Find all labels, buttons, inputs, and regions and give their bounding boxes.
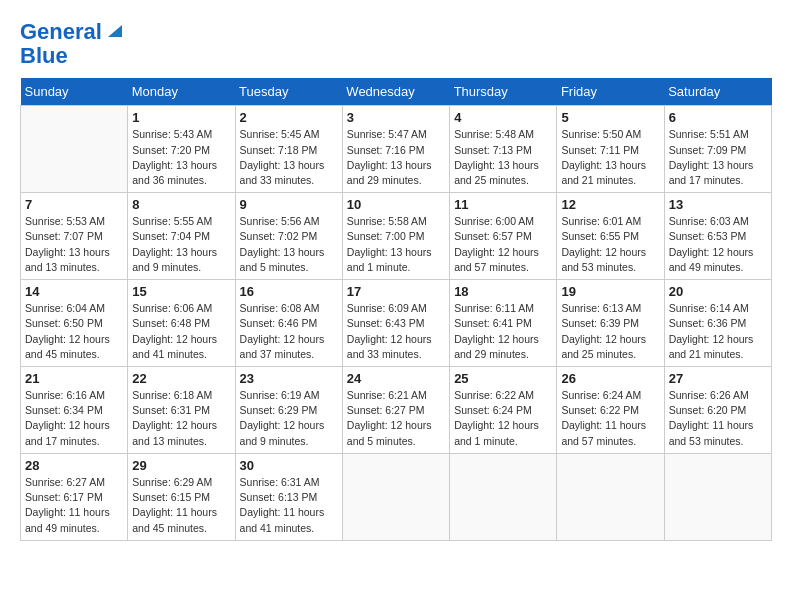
day-info: Sunrise: 5:48 AM Sunset: 7:13 PM Dayligh… [454, 127, 552, 188]
day-number: 21 [25, 371, 123, 386]
day-number: 15 [132, 284, 230, 299]
logo-icon [104, 19, 126, 41]
calendar-day-cell: 16Sunrise: 6:08 AM Sunset: 6:46 PM Dayli… [235, 280, 342, 367]
svg-marker-0 [108, 25, 122, 37]
calendar-day-cell [450, 453, 557, 540]
weekday-header: Thursday [450, 78, 557, 106]
day-number: 23 [240, 371, 338, 386]
calendar-day-cell: 10Sunrise: 5:58 AM Sunset: 7:00 PM Dayli… [342, 193, 449, 280]
day-number: 25 [454, 371, 552, 386]
calendar-day-cell: 12Sunrise: 6:01 AM Sunset: 6:55 PM Dayli… [557, 193, 664, 280]
day-info: Sunrise: 5:43 AM Sunset: 7:20 PM Dayligh… [132, 127, 230, 188]
day-number: 28 [25, 458, 123, 473]
calendar-day-cell: 24Sunrise: 6:21 AM Sunset: 6:27 PM Dayli… [342, 367, 449, 454]
calendar-day-cell: 13Sunrise: 6:03 AM Sunset: 6:53 PM Dayli… [664, 193, 771, 280]
day-info: Sunrise: 6:22 AM Sunset: 6:24 PM Dayligh… [454, 388, 552, 449]
calendar-day-cell: 18Sunrise: 6:11 AM Sunset: 6:41 PM Dayli… [450, 280, 557, 367]
calendar-day-cell: 15Sunrise: 6:06 AM Sunset: 6:48 PM Dayli… [128, 280, 235, 367]
day-info: Sunrise: 6:24 AM Sunset: 6:22 PM Dayligh… [561, 388, 659, 449]
day-number: 18 [454, 284, 552, 299]
day-info: Sunrise: 6:18 AM Sunset: 6:31 PM Dayligh… [132, 388, 230, 449]
day-info: Sunrise: 5:50 AM Sunset: 7:11 PM Dayligh… [561, 127, 659, 188]
calendar-day-cell: 17Sunrise: 6:09 AM Sunset: 6:43 PM Dayli… [342, 280, 449, 367]
calendar-day-cell: 27Sunrise: 6:26 AM Sunset: 6:20 PM Dayli… [664, 367, 771, 454]
calendar-day-cell: 25Sunrise: 6:22 AM Sunset: 6:24 PM Dayli… [450, 367, 557, 454]
day-info: Sunrise: 5:53 AM Sunset: 7:07 PM Dayligh… [25, 214, 123, 275]
weekday-header: Monday [128, 78, 235, 106]
calendar-day-cell: 21Sunrise: 6:16 AM Sunset: 6:34 PM Dayli… [21, 367, 128, 454]
calendar-day-cell [21, 106, 128, 193]
calendar-day-cell: 28Sunrise: 6:27 AM Sunset: 6:17 PM Dayli… [21, 453, 128, 540]
day-info: Sunrise: 6:09 AM Sunset: 6:43 PM Dayligh… [347, 301, 445, 362]
day-number: 24 [347, 371, 445, 386]
weekday-header: Wednesday [342, 78, 449, 106]
calendar-day-cell: 9Sunrise: 5:56 AM Sunset: 7:02 PM Daylig… [235, 193, 342, 280]
day-info: Sunrise: 6:29 AM Sunset: 6:15 PM Dayligh… [132, 475, 230, 536]
page-header: General Blue [20, 20, 772, 68]
day-number: 4 [454, 110, 552, 125]
day-number: 11 [454, 197, 552, 212]
day-number: 20 [669, 284, 767, 299]
calendar-day-cell: 8Sunrise: 5:55 AM Sunset: 7:04 PM Daylig… [128, 193, 235, 280]
weekday-header: Friday [557, 78, 664, 106]
day-info: Sunrise: 5:55 AM Sunset: 7:04 PM Dayligh… [132, 214, 230, 275]
day-info: Sunrise: 6:04 AM Sunset: 6:50 PM Dayligh… [25, 301, 123, 362]
day-number: 8 [132, 197, 230, 212]
day-info: Sunrise: 6:27 AM Sunset: 6:17 PM Dayligh… [25, 475, 123, 536]
day-info: Sunrise: 5:56 AM Sunset: 7:02 PM Dayligh… [240, 214, 338, 275]
day-info: Sunrise: 6:00 AM Sunset: 6:57 PM Dayligh… [454, 214, 552, 275]
day-info: Sunrise: 5:45 AM Sunset: 7:18 PM Dayligh… [240, 127, 338, 188]
day-number: 26 [561, 371, 659, 386]
day-number: 2 [240, 110, 338, 125]
calendar-week-row: 1Sunrise: 5:43 AM Sunset: 7:20 PM Daylig… [21, 106, 772, 193]
calendar-day-cell: 2Sunrise: 5:45 AM Sunset: 7:18 PM Daylig… [235, 106, 342, 193]
calendar-table: SundayMondayTuesdayWednesdayThursdayFrid… [20, 78, 772, 540]
day-info: Sunrise: 6:13 AM Sunset: 6:39 PM Dayligh… [561, 301, 659, 362]
calendar-day-cell: 3Sunrise: 5:47 AM Sunset: 7:16 PM Daylig… [342, 106, 449, 193]
day-number: 27 [669, 371, 767, 386]
weekday-header: Saturday [664, 78, 771, 106]
calendar-day-cell: 22Sunrise: 6:18 AM Sunset: 6:31 PM Dayli… [128, 367, 235, 454]
calendar-day-cell [557, 453, 664, 540]
calendar-week-row: 21Sunrise: 6:16 AM Sunset: 6:34 PM Dayli… [21, 367, 772, 454]
day-number: 5 [561, 110, 659, 125]
day-number: 9 [240, 197, 338, 212]
day-number: 17 [347, 284, 445, 299]
day-info: Sunrise: 6:19 AM Sunset: 6:29 PM Dayligh… [240, 388, 338, 449]
logo-blue: Blue [20, 43, 68, 68]
day-number: 19 [561, 284, 659, 299]
calendar-week-row: 7Sunrise: 5:53 AM Sunset: 7:07 PM Daylig… [21, 193, 772, 280]
day-number: 29 [132, 458, 230, 473]
day-info: Sunrise: 5:47 AM Sunset: 7:16 PM Dayligh… [347, 127, 445, 188]
day-number: 30 [240, 458, 338, 473]
calendar-day-cell: 14Sunrise: 6:04 AM Sunset: 6:50 PM Dayli… [21, 280, 128, 367]
day-number: 1 [132, 110, 230, 125]
calendar-day-cell: 30Sunrise: 6:31 AM Sunset: 6:13 PM Dayli… [235, 453, 342, 540]
logo-text: General [20, 20, 102, 44]
day-number: 13 [669, 197, 767, 212]
day-number: 12 [561, 197, 659, 212]
calendar-day-cell: 20Sunrise: 6:14 AM Sunset: 6:36 PM Dayli… [664, 280, 771, 367]
day-info: Sunrise: 6:31 AM Sunset: 6:13 PM Dayligh… [240, 475, 338, 536]
day-info: Sunrise: 6:16 AM Sunset: 6:34 PM Dayligh… [25, 388, 123, 449]
day-number: 16 [240, 284, 338, 299]
calendar-week-row: 14Sunrise: 6:04 AM Sunset: 6:50 PM Dayli… [21, 280, 772, 367]
calendar-day-cell: 23Sunrise: 6:19 AM Sunset: 6:29 PM Dayli… [235, 367, 342, 454]
day-info: Sunrise: 6:03 AM Sunset: 6:53 PM Dayligh… [669, 214, 767, 275]
day-info: Sunrise: 6:06 AM Sunset: 6:48 PM Dayligh… [132, 301, 230, 362]
day-info: Sunrise: 5:51 AM Sunset: 7:09 PM Dayligh… [669, 127, 767, 188]
calendar-day-cell [342, 453, 449, 540]
calendar-day-cell: 26Sunrise: 6:24 AM Sunset: 6:22 PM Dayli… [557, 367, 664, 454]
day-number: 7 [25, 197, 123, 212]
day-info: Sunrise: 5:58 AM Sunset: 7:00 PM Dayligh… [347, 214, 445, 275]
day-number: 14 [25, 284, 123, 299]
calendar-day-cell: 29Sunrise: 6:29 AM Sunset: 6:15 PM Dayli… [128, 453, 235, 540]
day-info: Sunrise: 6:01 AM Sunset: 6:55 PM Dayligh… [561, 214, 659, 275]
day-info: Sunrise: 6:21 AM Sunset: 6:27 PM Dayligh… [347, 388, 445, 449]
calendar-week-row: 28Sunrise: 6:27 AM Sunset: 6:17 PM Dayli… [21, 453, 772, 540]
day-info: Sunrise: 6:14 AM Sunset: 6:36 PM Dayligh… [669, 301, 767, 362]
day-info: Sunrise: 6:08 AM Sunset: 6:46 PM Dayligh… [240, 301, 338, 362]
calendar-day-cell: 5Sunrise: 5:50 AM Sunset: 7:11 PM Daylig… [557, 106, 664, 193]
day-number: 6 [669, 110, 767, 125]
day-number: 22 [132, 371, 230, 386]
